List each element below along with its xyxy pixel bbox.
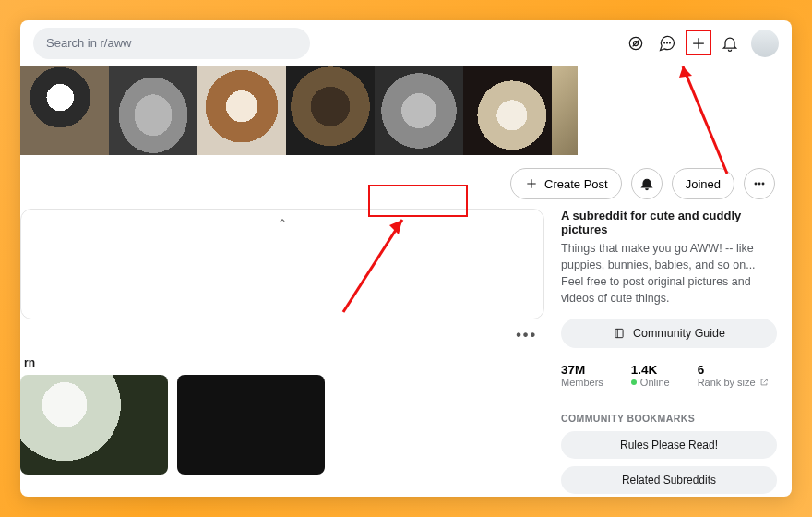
svg-point-2 — [664, 42, 665, 43]
banner-image — [375, 66, 463, 155]
more-icon — [752, 176, 767, 191]
book-icon — [613, 327, 626, 340]
members-value: 37M — [561, 363, 603, 377]
rank-label[interactable]: Rank by size — [698, 377, 769, 388]
feed: rn — [20, 356, 548, 475]
bookmark-button[interactable]: Rules Please Read! — [561, 431, 777, 459]
create-post-label: Create Post — [544, 177, 608, 191]
svg-point-5 — [755, 183, 757, 185]
content-columns: ⌃ ••• rn A subreddit for cute and cuddly… — [20, 209, 792, 497]
svg-point-3 — [667, 42, 668, 43]
chat-icon[interactable] — [653, 30, 681, 57]
plus-icon — [524, 176, 539, 191]
banner-image — [286, 66, 375, 155]
annotation-highlight-create-post — [368, 185, 468, 217]
joined-button[interactable]: Joined — [672, 168, 734, 199]
online-value: 1.4K — [631, 363, 670, 377]
search-placeholder: Search in r/aww — [46, 36, 131, 50]
svg-point-7 — [762, 183, 764, 185]
stat-online: 1.4K Online — [631, 363, 670, 388]
members-label: Members — [561, 377, 603, 388]
sidebar-description: Things that make you go AWW! -- like pup… — [561, 240, 777, 307]
svg-rect-8 — [615, 329, 623, 337]
banner-image — [552, 66, 578, 155]
app-window: Search in r/aww Create Post — [20, 20, 792, 497]
feed-text-fragment: rn — [20, 356, 548, 369]
divider — [561, 403, 777, 403]
feed-overflow-button[interactable]: ••• — [20, 319, 548, 351]
notifications-button[interactable] — [631, 168, 663, 199]
banner-image — [20, 66, 109, 155]
feed-thumbnails — [20, 375, 548, 475]
community-stats: 37M Members 1.4K Online 6 Rank by size — [561, 363, 777, 388]
community-guide-label: Community Guide — [633, 327, 725, 340]
create-post-button[interactable]: Create Post — [510, 168, 622, 199]
subreddit-banner — [20, 66, 792, 155]
user-avatar[interactable] — [751, 30, 779, 57]
bookmarks-header: COMMUNITY BOOKMARKS — [561, 413, 777, 424]
search-input[interactable]: Search in r/aww — [33, 28, 310, 59]
rank-value: 6 — [698, 363, 769, 377]
banner-image — [463, 66, 552, 155]
banner-image — [197, 66, 286, 155]
top-bar: Search in r/aww — [20, 20, 792, 66]
inbox-bell-icon[interactable] — [716, 30, 744, 57]
svg-point-4 — [670, 42, 671, 43]
stat-members: 37M Members — [561, 363, 603, 388]
online-dot-icon — [631, 379, 637, 385]
post-thumbnail[interactable] — [20, 375, 168, 475]
community-sidebar: A subreddit for cute and cuddly pictures… — [561, 209, 777, 497]
community-guide-button[interactable]: Community Guide — [561, 319, 777, 348]
stat-rank: 6 Rank by size — [698, 363, 769, 388]
bell-icon — [639, 176, 654, 191]
online-label: Online — [631, 377, 670, 388]
external-link-icon — [759, 378, 769, 387]
annotation-highlight-top-plus — [686, 30, 711, 55]
feed-column: ⌃ ••• rn — [20, 209, 548, 475]
chevron-up-icon: ⌃ — [278, 217, 287, 230]
adfree-icon[interactable] — [622, 30, 650, 57]
sidebar-title: A subreddit for cute and cuddly pictures — [561, 209, 777, 236]
post-thumbnail[interactable] — [177, 375, 325, 475]
overflow-menu-button[interactable] — [744, 168, 775, 199]
banner-image — [109, 66, 197, 155]
sort-card[interactable]: ⌃ — [20, 209, 544, 319]
joined-label: Joined — [686, 177, 721, 191]
svg-point-6 — [758, 183, 760, 185]
bookmark-button[interactable]: Related Subreddits — [561, 466, 777, 494]
